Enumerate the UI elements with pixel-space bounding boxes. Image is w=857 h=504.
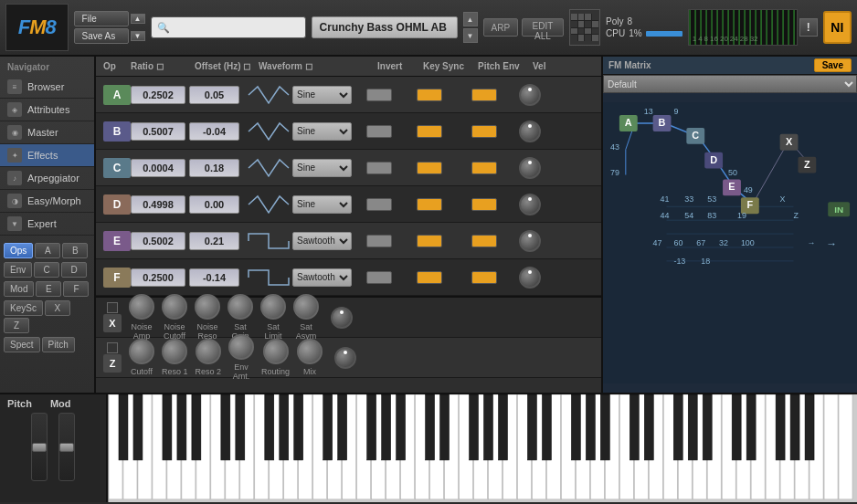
black-key[interactable] [221,394,230,460]
z-vel-knob[interactable] [334,347,356,369]
black-key[interactable] [600,394,609,460]
sidebar-item-expert[interactable]: ▼ Expert [0,213,94,236]
black-key[interactable] [382,394,391,460]
black-key[interactable] [542,394,551,460]
waveform-dropdown-C[interactable]: SineSawtoothSquare [292,159,352,177]
black-key[interactable] [265,394,274,460]
keysync-toggle-A[interactable] [417,89,442,101]
waveform-dropdown-A[interactable]: SineSawtoothSquare [292,86,352,104]
tab-env[interactable]: Env [4,262,32,278]
tab-mod[interactable]: Mod [4,281,34,297]
black-key[interactable] [470,394,479,460]
invert-toggle-F[interactable] [366,271,392,284]
reso2-knob[interactable] [196,339,221,364]
search-input[interactable] [174,22,300,33]
vel-knob-B[interactable] [519,121,541,142]
invert-toggle-B[interactable] [366,125,392,138]
tab-A[interactable]: A [35,243,60,258]
tab-F[interactable]: F [63,281,89,297]
black-key[interactable] [498,394,507,460]
ratio-E[interactable] [131,232,185,250]
sat-limit-knob[interactable] [260,294,286,320]
tab-B[interactable]: B [62,243,88,258]
black-key[interactable] [586,394,595,460]
black-key[interactable] [644,394,653,460]
black-key[interactable] [673,394,682,460]
white-key[interactable] [824,394,838,499]
invert-toggle-A[interactable] [366,89,392,101]
invert-toggle-D[interactable] [366,198,392,211]
ratio-A[interactable] [131,86,185,104]
pitchenv-toggle-A[interactable] [471,89,497,101]
black-key[interactable] [133,394,143,460]
waveform-dropdown-E[interactable]: SineSawtoothSquare [292,232,352,250]
reso1-knob[interactable] [162,339,187,364]
black-key[interactable] [790,394,799,460]
offset-E[interactable] [189,232,239,250]
offset-A[interactable] [189,86,239,104]
black-key[interactable] [280,394,289,460]
black-key[interactable] [440,394,450,460]
vel-knob-D[interactable] [519,194,541,215]
fm-preset-dropdown[interactable]: Default [603,75,857,93]
sidebar-item-arpeggiator[interactable]: ♪ Arpeggiator [0,167,94,190]
tab-D[interactable]: D [61,262,87,278]
x-vel-knob[interactable] [331,307,353,329]
tab-X[interactable]: X [45,300,70,316]
black-key[interactable] [367,394,376,460]
vel-knob-C[interactable] [519,157,541,179]
black-key[interactable] [703,394,712,460]
z-checkbox[interactable] [107,342,118,353]
waveform-dropdown-B[interactable]: SineSawtoothSquare [292,122,352,141]
offset-C[interactable] [189,159,239,177]
tab-keyscl[interactable]: KeySc [4,300,43,316]
offset-D[interactable] [189,195,239,214]
ratio-D[interactable] [131,195,185,214]
vel-knob-E[interactable] [519,230,541,252]
ratio-B[interactable] [131,122,185,141]
sidebar-item-effects[interactable]: ✦ Effects [0,144,94,167]
sidebar-item-master[interactable]: ◉ Master [0,121,94,144]
tab-E[interactable]: E [36,281,61,297]
cutoff-knob[interactable] [129,339,154,364]
keysync-toggle-F[interactable] [417,271,442,284]
tab-spect[interactable]: Spect [4,337,40,352]
offset-B[interactable] [189,122,239,141]
black-key[interactable] [119,394,128,460]
pitchenv-toggle-D[interactable] [471,198,497,211]
routing-knob[interactable] [263,339,289,364]
ratio-F[interactable] [131,268,185,287]
pitch-slider-track[interactable] [31,413,48,481]
vel-knob-A[interactable] [519,84,541,106]
preset-down[interactable]: ▼ [463,28,478,43]
env-amt-knob[interactable] [228,334,254,360]
pitchenv-toggle-C[interactable] [471,162,497,174]
waveform-dropdown-F[interactable]: SineSawtoothSquare [292,268,352,287]
sat-asym-knob[interactable] [293,294,319,320]
preset-up[interactable]: ▲ [463,12,478,26]
noise-amp-knob[interactable] [129,294,154,320]
black-key[interactable] [177,394,186,460]
black-key[interactable] [338,394,347,460]
black-key[interactable] [163,394,172,460]
black-key[interactable] [527,394,536,460]
tab-C[interactable]: C [34,262,59,278]
black-key[interactable] [776,394,785,460]
black-key[interactable] [732,394,741,460]
noise-cutoff-knob[interactable] [162,294,187,320]
black-key[interactable] [426,394,435,460]
alert-button[interactable]: ! [799,18,818,37]
invert-toggle-E[interactable] [366,235,392,247]
arp-button[interactable]: ARP [483,18,519,37]
keysync-toggle-B[interactable] [417,125,442,138]
edit-all-button[interactable]: EDIT ALL [522,18,564,37]
black-key[interactable] [323,394,333,460]
file-button[interactable]: File [74,11,129,26]
black-key[interactable] [630,394,639,460]
black-key[interactable] [746,394,756,460]
sidebar-item-browser[interactable]: ≡ Browser [0,76,94,99]
black-key[interactable] [688,394,697,460]
preset-down-arrow[interactable]: ▼ [131,31,145,41]
waveform-dropdown-D[interactable]: SineSawtoothSquare [292,195,352,214]
pitchenv-toggle-F[interactable] [471,271,497,284]
